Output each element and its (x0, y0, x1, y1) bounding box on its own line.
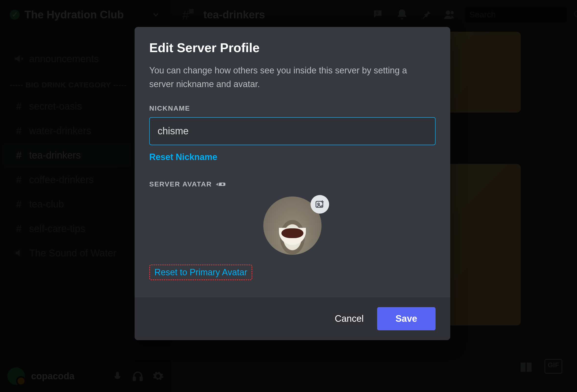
modal-description: You can change how others see you inside… (149, 64, 433, 91)
save-button[interactable]: Save (377, 307, 435, 330)
upload-image-icon[interactable] (311, 195, 329, 214)
modal-title: Edit Server Profile (149, 40, 435, 55)
reset-avatar-highlight: Reset to Primary Avatar (149, 264, 252, 280)
reset-avatar-button[interactable]: Reset to Primary Avatar (154, 267, 247, 278)
cancel-button[interactable]: Cancel (335, 314, 364, 324)
nickname-label: NICKNAME (149, 105, 435, 112)
reset-nickname-button[interactable]: Reset Nickname (149, 152, 217, 162)
nitro-icon (216, 179, 225, 189)
modal-footer: Cancel Save (135, 297, 450, 340)
edit-server-profile-modal: Edit Server Profile You can change how o… (135, 27, 450, 340)
server-avatar-label: SERVER AVATAR (149, 179, 435, 189)
avatar-preview-wrap (149, 196, 435, 255)
nickname-input[interactable] (149, 117, 435, 145)
